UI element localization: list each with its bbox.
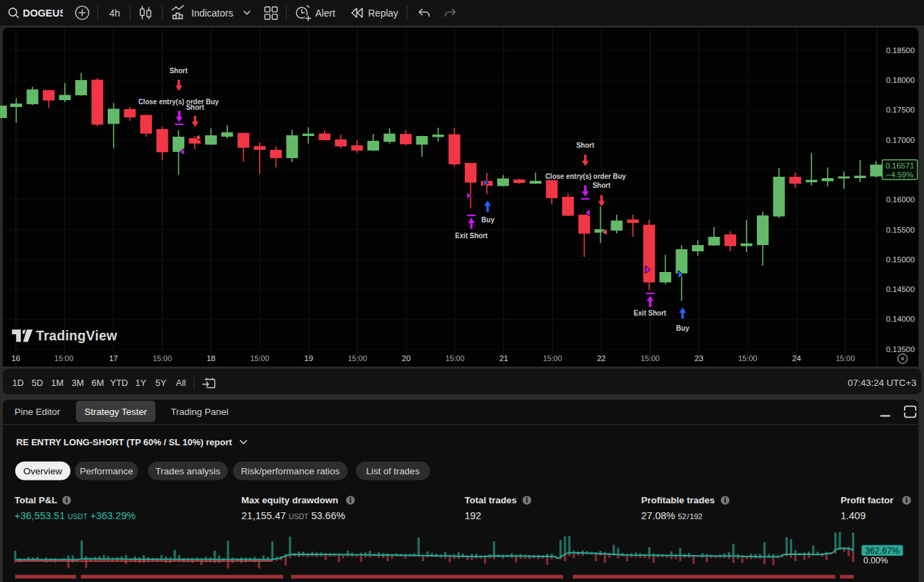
svg-text:Max equity drawdown: Max equity drawdown bbox=[242, 495, 338, 505]
svg-text:Short: Short bbox=[169, 67, 188, 75]
svg-text:1D: 1D bbox=[12, 378, 24, 388]
svg-text:24: 24 bbox=[792, 354, 801, 362]
svg-text:15:00: 15:00 bbox=[55, 354, 74, 362]
svg-text:0.14000: 0.14000 bbox=[886, 315, 915, 323]
svg-text:15:00: 15:00 bbox=[445, 354, 465, 362]
svg-text:0.18500: 0.18500 bbox=[886, 46, 915, 55]
svg-text:YTD: YTD bbox=[110, 378, 128, 388]
svg-text:0.14500: 0.14500 bbox=[886, 285, 915, 293]
svg-text:20: 20 bbox=[402, 354, 411, 362]
svg-text:5D: 5D bbox=[32, 378, 44, 388]
svg-text:0.15000: 0.15000 bbox=[886, 255, 915, 264]
svg-text:6M: 6M bbox=[91, 378, 104, 388]
svg-text:21: 21 bbox=[499, 354, 508, 362]
svg-text:0.17500: 0.17500 bbox=[886, 106, 915, 114]
svg-text:0.15500: 0.15500 bbox=[886, 226, 915, 234]
svg-text:0.18000: 0.18000 bbox=[886, 76, 915, 84]
svg-text:07:43:24 UTC+3: 07:43:24 UTC+3 bbox=[848, 378, 916, 388]
svg-text:362.67%: 362.67% bbox=[865, 546, 899, 556]
svg-text:23: 23 bbox=[695, 354, 704, 362]
svg-text:+36,553.51 USDT +363.29%: +36,553.51 USDT +363.29% bbox=[15, 510, 135, 521]
svg-text:Short: Short bbox=[593, 182, 611, 189]
svg-text:Close entry(s) order Buy: Close entry(s) order Buy bbox=[546, 173, 626, 180]
svg-text:Trades analysis: Trades analysis bbox=[155, 466, 220, 476]
svg-text:List of trades: List of trades bbox=[366, 466, 420, 476]
svg-text:15:00: 15:00 bbox=[836, 354, 855, 362]
svg-text:Overview: Overview bbox=[23, 466, 63, 476]
svg-text:0.17000: 0.17000 bbox=[886, 136, 915, 144]
svg-text:Short: Short bbox=[186, 104, 204, 111]
svg-text:1.409: 1.409 bbox=[840, 510, 865, 521]
svg-text:5Y: 5Y bbox=[155, 378, 166, 388]
svg-text:17: 17 bbox=[109, 354, 118, 362]
svg-text:−4.59%: −4.59% bbox=[886, 171, 913, 179]
svg-text:16: 16 bbox=[12, 354, 21, 362]
svg-text:15:00: 15:00 bbox=[738, 354, 758, 362]
svg-text:Risk/performance ratios: Risk/performance ratios bbox=[241, 466, 340, 476]
svg-text:Strategy Tester: Strategy Tester bbox=[84, 407, 147, 417]
svg-text:15:00: 15:00 bbox=[641, 354, 660, 362]
svg-text:0.13500: 0.13500 bbox=[886, 345, 915, 353]
svg-text:Short: Short bbox=[576, 142, 595, 149]
svg-text:Exit Short: Exit Short bbox=[455, 232, 488, 240]
svg-text:Close entry(s) order Buy: Close entry(s) order Buy bbox=[138, 98, 219, 106]
svg-text:Exit Short: Exit Short bbox=[633, 309, 666, 317]
svg-text:0.00%: 0.00% bbox=[863, 556, 887, 565]
svg-text:Total P&L: Total P&L bbox=[15, 495, 57, 505]
svg-text:18: 18 bbox=[206, 354, 215, 362]
svg-text:21,155.47 USDT 53.66%: 21,155.47 USDT 53.66% bbox=[242, 510, 345, 521]
svg-text:Trading Panel: Trading Panel bbox=[171, 407, 229, 417]
svg-text:15:00: 15:00 bbox=[250, 354, 269, 362]
svg-text:192: 192 bbox=[465, 510, 481, 521]
svg-text:Replay: Replay bbox=[368, 8, 398, 19]
svg-text:1M: 1M bbox=[51, 378, 64, 388]
svg-text:All: All bbox=[176, 378, 186, 388]
svg-text:Buy: Buy bbox=[676, 324, 689, 332]
svg-text:Total trades: Total trades bbox=[465, 495, 517, 505]
svg-text:15:00: 15:00 bbox=[153, 354, 172, 362]
svg-text:15:00: 15:00 bbox=[348, 354, 367, 362]
svg-text:Performance: Performance bbox=[80, 466, 133, 476]
svg-text:Profitable trades: Profitable trades bbox=[642, 495, 715, 505]
svg-text:0.16000: 0.16000 bbox=[886, 195, 915, 204]
svg-text:15:00: 15:00 bbox=[543, 354, 562, 362]
svg-text:22: 22 bbox=[597, 354, 606, 362]
svg-text:1Y: 1Y bbox=[135, 378, 146, 388]
svg-text:19: 19 bbox=[305, 354, 314, 362]
svg-text:Pine Editor: Pine Editor bbox=[15, 407, 61, 417]
svg-text:RE ENTRY LONG-SHORT (TP 60% /: RE ENTRY LONG-SHORT (TP 60% / SL 10%) re… bbox=[17, 437, 233, 447]
svg-text:0.16571: 0.16571 bbox=[885, 162, 914, 170]
svg-text:4h: 4h bbox=[109, 8, 120, 19]
svg-text:27.08% 52 / 192: 27.08% 52 / 192 bbox=[642, 510, 703, 521]
svg-text:3M: 3M bbox=[71, 378, 84, 388]
svg-text:Indicators: Indicators bbox=[191, 8, 233, 19]
svg-text:Alert: Alert bbox=[316, 8, 336, 19]
svg-text:TradingView: TradingView bbox=[36, 328, 117, 343]
svg-text:Buy: Buy bbox=[481, 216, 494, 224]
svg-text:Profit factor: Profit factor bbox=[840, 495, 894, 505]
